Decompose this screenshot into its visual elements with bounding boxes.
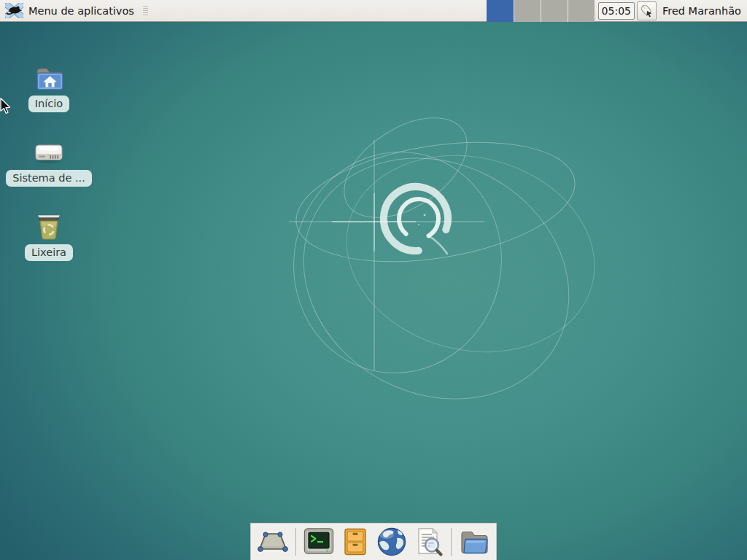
workspace-3[interactable]	[541, 0, 568, 22]
desktop-area[interactable]: Início Sistema de ...	[0, 22, 747, 560]
show-desktop-button[interactable]	[256, 525, 290, 559]
workspace-4[interactable]	[568, 0, 595, 22]
desktop-icon-label: Lixeira	[25, 244, 73, 261]
web-browser-launcher[interactable]	[375, 525, 409, 559]
clock[interactable]: 05:05	[598, 2, 635, 20]
applications-menu-label: Menu de aplicativos	[28, 5, 134, 17]
terminal-launcher[interactable]	[302, 525, 336, 559]
clock-time: 05:05	[602, 5, 631, 17]
logged-in-user: Fred Maranhão	[662, 5, 741, 17]
terminal-icon	[303, 527, 335, 556]
desktop-icon-label: Início	[28, 96, 69, 112]
file-search-launcher[interactable]	[411, 525, 445, 559]
dock-separator	[295, 528, 296, 556]
debian-xfce-desktop: Menu de aplicativos 05:05 Fred Maranhão	[0, 0, 747, 560]
folder-icon	[458, 528, 490, 556]
dock-separator	[451, 528, 452, 556]
trash-icon	[34, 211, 64, 241]
workspace-2[interactable]	[514, 0, 541, 22]
panel-handle	[143, 6, 148, 16]
top-panel: Menu de aplicativos 05:05 Fred Maranhão	[0, 0, 747, 22]
web-browser-icon	[376, 526, 407, 557]
applications-menu-button[interactable]: Menu de aplicativos	[0, 0, 140, 21]
desktop-icon-filesystem[interactable]: Sistema de ...	[11, 137, 87, 187]
folder-launcher[interactable]	[457, 525, 491, 559]
xfce-mouse-logo-icon	[5, 3, 23, 18]
show-desktop-icon	[257, 529, 289, 555]
filesystem-drive-icon	[32, 139, 66, 166]
desktop-icon-home[interactable]: Início	[11, 63, 87, 112]
desktop-icon-label: Sistema de ...	[6, 170, 92, 187]
home-folder-icon	[34, 66, 63, 92]
debian-swirl-wallpaper	[0, 22, 747, 560]
mouse-pointer-tray-icon	[639, 4, 654, 18]
workspace-1[interactable]	[487, 0, 514, 22]
file-search-icon	[413, 526, 444, 557]
file-manager-icon	[341, 527, 370, 556]
workspace-switcher	[487, 0, 595, 22]
tray-button[interactable]	[637, 1, 657, 20]
desktop-icon-trash[interactable]: Lixeira	[11, 211, 87, 261]
mouse-cursor	[0, 98, 12, 116]
file-manager-launcher[interactable]	[338, 525, 372, 559]
launcher-dock	[250, 523, 497, 560]
